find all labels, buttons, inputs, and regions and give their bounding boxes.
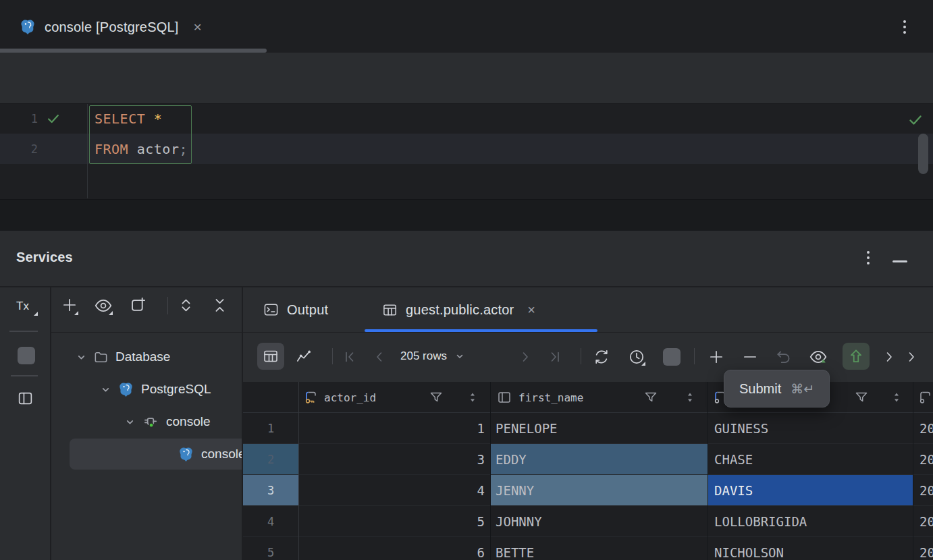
cell-first-name[interactable]: BETTE	[490, 537, 708, 560]
table-row[interactable]: 2 3 EDDY CHASE 20	[243, 444, 933, 475]
sort-icon[interactable]	[892, 391, 901, 403]
preview-changes-button[interactable]	[809, 348, 828, 366]
cell-actor-id[interactable]: 5	[298, 506, 490, 537]
statement-success-check-icon	[46, 111, 61, 126]
next-page-button[interactable]	[517, 349, 533, 365]
terminal-icon	[263, 302, 279, 318]
tab-label: guest.public.actor	[406, 302, 514, 318]
table-row[interactable]: 3 4 JENNY DAVIS 20	[243, 475, 933, 506]
collapse-all-button[interactable]	[211, 296, 229, 314]
refresh-button[interactable]	[593, 348, 610, 366]
tree-item-console-connection[interactable]: console	[125, 405, 211, 438]
sort-icon[interactable]	[686, 391, 694, 403]
row-number[interactable]: 5	[243, 537, 298, 560]
chevron-down-icon	[101, 385, 111, 395]
tree-item-database[interactable]: Database	[76, 341, 170, 373]
row-number[interactable]: 4	[243, 506, 298, 537]
tab-output[interactable]: Output	[263, 294, 328, 325]
sql-keyword: FROM	[95, 141, 128, 157]
filter-icon[interactable]	[854, 390, 869, 405]
chevron-down-icon	[76, 352, 86, 362]
toolbar-separator	[167, 297, 168, 314]
cell-first-name[interactable]: JOHNNY	[490, 506, 708, 537]
toolbar-separator	[332, 348, 333, 364]
add-service-button[interactable]	[61, 296, 78, 314]
cell-last-update[interactable]: 20	[913, 537, 933, 560]
delete-row-button[interactable]	[741, 348, 759, 366]
inspections-ok-check-icon[interactable]	[907, 112, 924, 128]
cell-last-update[interactable]: 20	[913, 444, 933, 475]
revert-button[interactable]	[775, 348, 793, 366]
submit-tooltip: Submit ⌘↵	[724, 370, 830, 408]
column-separator	[298, 382, 299, 560]
sort-icon[interactable]	[469, 391, 477, 403]
cell-last-name[interactable]: CHASE	[708, 444, 913, 475]
cell-first-name[interactable]: PENELOPE	[490, 413, 708, 444]
page-size-dropdown[interactable]: 205 rows	[400, 343, 464, 370]
table-view-toggle-active[interactable]	[257, 343, 284, 370]
previous-page-button[interactable]	[371, 349, 388, 365]
cell-last-name-lead-selection[interactable]: DAVIS	[708, 475, 913, 506]
cell-actor-id[interactable]: 4	[298, 475, 490, 506]
editor-tab[interactable]: console [PostgreSQL] ×	[19, 12, 202, 42]
postgresql-icon	[117, 381, 134, 398]
tx-stripe-label: Tx	[16, 300, 29, 312]
cell-last-update[interactable]: 20	[913, 506, 933, 537]
column-header-actor-id[interactable]: actor_id	[298, 382, 490, 413]
tree-item-console-file-selected[interactable]: console	[70, 439, 243, 470]
sql-star: *	[145, 111, 162, 127]
close-icon[interactable]: ×	[194, 19, 202, 35]
chevron-right-icon[interactable]	[881, 349, 897, 365]
cell-first-name[interactable]: EDDY	[490, 444, 708, 475]
view-options-eye-button[interactable]	[94, 298, 113, 314]
row-number[interactable]: 3	[243, 475, 298, 506]
toolbar-separator	[581, 348, 581, 364]
tab-guest-public-actor[interactable]: guest.public.actor ×	[382, 294, 535, 325]
cell-actor-id[interactable]: 6	[298, 537, 490, 560]
submit-button-hovered[interactable]	[843, 343, 870, 370]
editor-scrollbar-thumb[interactable]	[918, 134, 928, 174]
stripe-separator	[11, 375, 38, 376]
first-page-button[interactable]	[342, 349, 358, 365]
row-number[interactable]: 2	[243, 444, 298, 475]
table-row[interactable]: 5 6 BETTE NICHOLSON 20	[243, 537, 933, 560]
column-separator	[708, 382, 708, 560]
cell-actor-id[interactable]: 3	[298, 444, 490, 475]
layout-settings-icon[interactable]	[17, 390, 34, 407]
filter-icon[interactable]	[643, 390, 658, 405]
add-row-button[interactable]	[708, 348, 725, 366]
cell-last-name[interactable]: GUINESS	[708, 413, 913, 444]
cell-actor-id[interactable]: 1	[298, 413, 490, 444]
tx-stripe-button[interactable]: Tx	[16, 300, 29, 313]
last-page-button[interactable]	[547, 349, 563, 365]
cell-first-name[interactable]: JENNY	[490, 475, 708, 506]
cell-last-update[interactable]: 20	[913, 475, 933, 506]
tree-item-postgresql[interactable]: PostgreSQL	[101, 373, 211, 405]
column-header-clipped[interactable]	[913, 382, 933, 413]
hide-toolwindow-icon[interactable]	[892, 260, 907, 262]
close-icon[interactable]: ×	[527, 302, 535, 318]
column-header-first-name[interactable]: first_name	[490, 382, 708, 413]
services-options-kebab-icon[interactable]	[867, 251, 870, 264]
expand-all-button[interactable]	[177, 296, 195, 314]
add-group-button[interactable]	[129, 296, 147, 314]
table-row[interactable]: 4 5 JOHNNY LOLLOBRIGIDA 20	[243, 506, 933, 537]
table-row[interactable]: 1 1 PENELOPE GUINESS 20	[243, 413, 933, 444]
code-line-2[interactable]: FROM actor;	[95, 134, 188, 164]
line-number: 2	[11, 142, 38, 156]
chart-view-button[interactable]	[295, 348, 313, 366]
cell-last-update[interactable]: 20	[913, 413, 933, 444]
schedule-refresh-button[interactable]	[628, 348, 645, 366]
result-panel: Output guest.public.actor ×	[243, 287, 933, 560]
chevron-right-icon[interactable]	[903, 349, 919, 365]
filter-icon[interactable]	[429, 390, 444, 405]
row-number[interactable]: 1	[243, 413, 298, 444]
code-line-1[interactable]: SELECT *	[95, 104, 162, 134]
column-name: actor_id	[324, 391, 376, 404]
window-options-kebab-icon[interactable]	[903, 20, 906, 34]
row-separator	[243, 443, 933, 444]
cell-last-name[interactable]: LOLLOBRIGIDA	[708, 506, 913, 537]
sql-editor[interactable]: 1 2 SELECT * FROM actor;	[0, 104, 933, 198]
cell-last-name[interactable]: NICHOLSON	[708, 537, 913, 560]
toolwindow-stripe: Tx	[0, 287, 51, 560]
